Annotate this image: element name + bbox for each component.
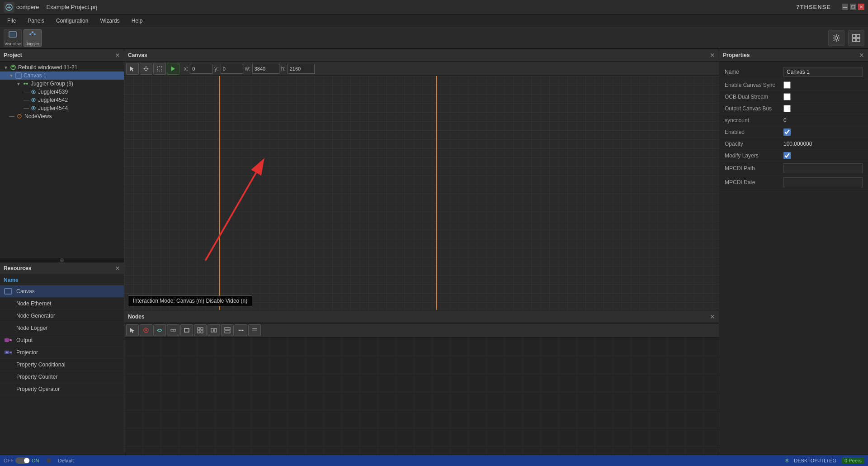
node-tool-circle[interactable] (140, 324, 152, 336)
project-filename: Example Project.prj (47, 4, 98, 10)
prop-output-canvas-bus-label: Output Canvas Bus (725, 105, 783, 112)
properties-panel-close[interactable]: ✕ (859, 52, 864, 59)
juggler-icon (28, 30, 37, 41)
panel-vertical-divider[interactable]: ⊕ (0, 258, 124, 262)
node-tool-connect[interactable] (153, 324, 166, 336)
tree-item-juggler4544[interactable]: — Juggler4544 (0, 104, 124, 112)
canvas-toolbar: x: y: w: h: (124, 62, 719, 76)
x-input[interactable] (190, 64, 212, 74)
node-ethernet-icon (4, 300, 13, 307)
nodes-panel: Nodes ✕ (124, 310, 719, 455)
node-tool-grid1[interactable] (167, 324, 179, 336)
tree-label-canvas1: Canvas 1 (24, 72, 47, 79)
w-input[interactable] (252, 64, 279, 74)
resource-projector[interactable]: Projector (0, 347, 124, 359)
canvas-tool-select[interactable] (126, 63, 139, 75)
visualise-button[interactable]: Visualise (4, 29, 22, 47)
tree-item-nodeviews[interactable]: — NodeViews (0, 112, 124, 120)
node-tool-split[interactable] (208, 324, 220, 336)
nodes-panel-close[interactable]: ✕ (710, 313, 715, 320)
tree-item-juggler4542[interactable]: — Juggler4542 (0, 96, 124, 104)
resource-output[interactable]: Output (0, 334, 124, 347)
h-label: h: (281, 66, 286, 72)
tree-item-rebuild[interactable]: ▼ Rebuild windowed 11-21 (0, 63, 124, 71)
node-tool-grid2[interactable] (194, 324, 207, 336)
layout-icon-button[interactable] (848, 30, 864, 46)
svg-rect-46 (225, 331, 230, 333)
left-panel: Project ✕ ▼ Rebuild windowed 11-21 ▼ Can… (0, 49, 124, 455)
prop-enabled-checkbox[interactable] (783, 128, 791, 136)
rebuild-icon (10, 64, 16, 71)
prop-ocb-dual-stream-checkbox[interactable] (783, 93, 791, 100)
prop-synccount-label: synccount (725, 117, 783, 124)
select-tool-icon (129, 66, 136, 72)
prop-synccount-row: synccount 0 (719, 114, 868, 126)
menu-file[interactable]: File (2, 16, 21, 26)
svg-rect-52 (252, 332, 257, 333)
resource-property-conditional[interactable]: Property Conditional (0, 359, 124, 371)
menu-configuration[interactable]: Configuration (51, 16, 94, 26)
restore-button[interactable]: ❐ (850, 4, 856, 10)
canvas-left-boundary (219, 76, 220, 310)
resource-node-ethernet[interactable]: Node Ethernet (0, 298, 124, 310)
prop-output-canvas-bus-checkbox[interactable] (783, 105, 791, 112)
node-tool-dots[interactable] (235, 324, 247, 336)
title-bar: compere Example Project.prj 7THSENSE — ❐… (0, 0, 868, 14)
svg-point-47 (239, 330, 240, 331)
project-panel-close[interactable]: ✕ (115, 52, 120, 59)
app-logo-icon (4, 2, 14, 13)
menu-help[interactable]: Help (126, 16, 148, 26)
prop-synccount-value: 0 (783, 117, 863, 124)
prop-modify-layers-checkbox[interactable] (783, 152, 791, 159)
canvas-tool-move[interactable] (140, 63, 152, 75)
resource-node-generator[interactable]: Node Generator (0, 310, 124, 322)
property-operator-icon (4, 385, 13, 393)
resource-property-counter[interactable]: Property Counter (0, 371, 124, 383)
resource-canvas-label: Canvas (16, 288, 35, 295)
tree-item-juggler-group[interactable]: ▼ Juggler Group (3) (0, 80, 124, 88)
canvas-tool-resize[interactable] (153, 63, 166, 75)
minimize-button[interactable]: — (842, 4, 848, 10)
canvas-panel-close[interactable]: ✕ (710, 52, 715, 59)
close-button[interactable]: ✕ (858, 4, 864, 10)
visualise-icon (8, 30, 17, 41)
settings-icon-button[interactable] (828, 30, 844, 46)
tree-item-canvas1[interactable]: ▼ Canvas 1 (0, 71, 124, 80)
menu-panels[interactable]: Panels (22, 16, 50, 26)
resource-property-operator[interactable]: Property Operator (0, 383, 124, 395)
properties-panel-title: Properties (723, 52, 750, 58)
svg-rect-13 (17, 74, 20, 77)
canvas-panel: Canvas ✕ x: (124, 49, 719, 310)
node-tool-merge[interactable] (221, 324, 234, 336)
prop-name-label: Name (725, 69, 783, 75)
app-name: compere (16, 4, 39, 10)
node-tool-layers[interactable] (248, 324, 261, 336)
resource-node-logger[interactable]: Node Logger (0, 322, 124, 334)
output-res-icon (4, 337, 13, 344)
y-input[interactable] (221, 64, 243, 74)
prop-enabled-row: Enabled (719, 126, 868, 138)
tree-chevron-group: ▼ (16, 81, 21, 86)
settings-icon (832, 34, 840, 42)
resource-node-logger-label: Node Logger (16, 325, 47, 331)
prop-mpcdi-date-input[interactable] (783, 177, 863, 187)
prop-mpcdi-path-input[interactable] (783, 163, 863, 173)
off-toggle[interactable]: OFF ON (4, 457, 39, 464)
resources-panel-close[interactable]: ✕ (115, 265, 120, 272)
h-input[interactable] (288, 64, 315, 74)
node-tool-select[interactable] (126, 324, 139, 336)
tree-item-juggler4539[interactable]: — Juggler4539 (0, 88, 124, 96)
resource-canvas[interactable]: Canvas (0, 285, 124, 298)
play-icon (170, 66, 176, 72)
window-controls: 7THSENSE — ❐ ✕ (796, 4, 864, 10)
svg-rect-45 (225, 328, 230, 330)
prop-name-input[interactable] (783, 67, 863, 77)
node-tool-rect[interactable] (180, 324, 193, 336)
prop-enable-canvas-sync-checkbox[interactable] (783, 81, 791, 89)
prop-output-canvas-bus-row: Output Canvas Bus (719, 103, 868, 114)
canvas-tool-play[interactable] (167, 63, 179, 75)
power-toggle-track[interactable] (15, 457, 30, 464)
svg-rect-29 (157, 67, 162, 71)
juggler-button[interactable]: Juggler (24, 29, 42, 47)
menu-wizards[interactable]: Wizards (94, 16, 125, 26)
